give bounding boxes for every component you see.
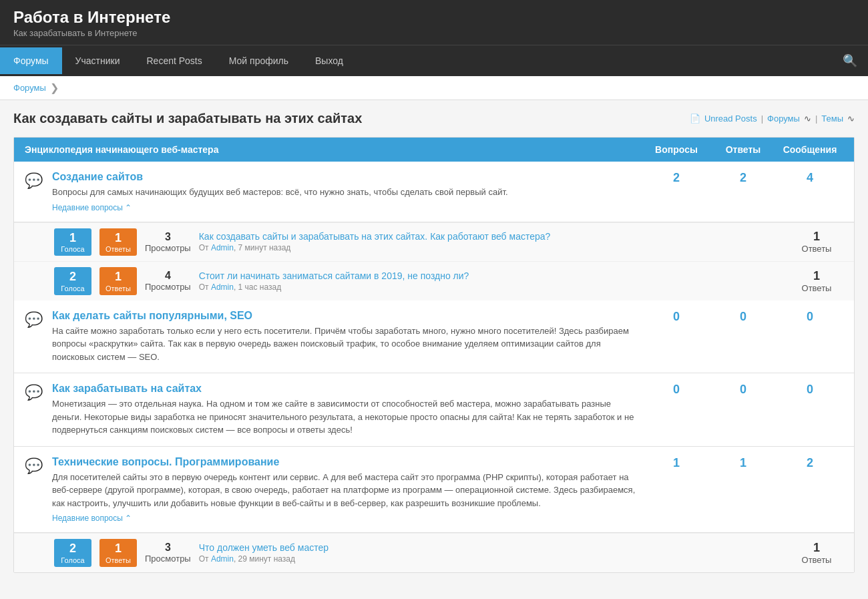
breadcrumb-forums-link[interactable]: Форумы bbox=[13, 83, 46, 93]
nav-logout[interactable]: Выход bbox=[302, 47, 357, 74]
replies-label-1-2: Ответы bbox=[105, 284, 132, 292]
forum-questions-2: 0 bbox=[643, 310, 710, 324]
post-meta-1-1: От Admin, 7 минут назад bbox=[199, 243, 782, 252]
reply-label-4-1: Ответы bbox=[802, 555, 832, 565]
views-box-1-2: 4 Просмотры bbox=[145, 270, 191, 292]
forum-messages-4: 2 bbox=[777, 456, 843, 470]
forum-name-4[interactable]: Технические вопросы. Программирование bbox=[52, 456, 279, 467]
post-meta-1-2: От Admin, 1 час назад bbox=[199, 282, 782, 292]
post-title-link-4-1[interactable]: Что должен уметь веб мастер bbox=[199, 542, 329, 553]
header-section: Энциклопедия начинающего веб-мастера bbox=[25, 144, 643, 155]
forum-bubble-icon-3: 💬 bbox=[25, 384, 43, 401]
recent-posts-section-4: 2 Голоса 1 Ответы 3 Просмотры Что должен… bbox=[14, 533, 854, 572]
vote-label-1-1: Голоса bbox=[59, 245, 86, 253]
forum-desc-3: Монетизация — это отдельная наука. На од… bbox=[52, 397, 643, 437]
recent-post-row-1-2: 2 Голоса 1 Ответы 4 Просмотры Стоит ли н… bbox=[14, 262, 854, 301]
vote-box-1-1: 1 Голоса bbox=[54, 228, 91, 256]
forum-recent-label-4[interactable]: Недавние вопросы ⌃ bbox=[52, 514, 643, 523]
nav-recent-posts[interactable]: Recent Posts bbox=[133, 47, 215, 74]
site-header: Работа в Интернете Как зарабатывать в Ин… bbox=[0, 0, 868, 45]
forum-bubble-icon-4: 💬 bbox=[25, 457, 43, 475]
forum-row-2: 💬 Как делать сайты популярными, SEO На с… bbox=[14, 301, 854, 374]
forum-info-1: Создание сайтов Вопросы для самых начина… bbox=[52, 171, 643, 212]
forum-answers-3: 0 bbox=[710, 383, 777, 397]
vote-num-1-2: 2 bbox=[59, 270, 86, 284]
vote-label-4-1: Голоса bbox=[59, 556, 86, 564]
forum-desc-2: На сайте можно заработать только если у … bbox=[52, 325, 643, 364]
replies-label-1-1: Ответы bbox=[105, 245, 132, 253]
forum-row-main-4: 💬 Технические вопросы. Программирование … bbox=[25, 456, 843, 524]
forum-table-header: Энциклопедия начинающего веб-мастера Воп… bbox=[14, 138, 854, 162]
post-topic-1-1: Как создавать сайты и зарабатывать на эт… bbox=[199, 231, 782, 252]
breadcrumb-separator: ❯ bbox=[50, 81, 59, 94]
main-content: Как создавать сайты и зарабатывать на эт… bbox=[0, 100, 868, 584]
page-title: Как создавать сайты и зарабатывать на эт… bbox=[13, 111, 362, 126]
nav-my-profile[interactable]: Мой профиль bbox=[216, 47, 302, 74]
forums-rss-link[interactable]: Форумы bbox=[767, 114, 800, 124]
forum-stats-4: 1 1 2 bbox=[643, 456, 843, 470]
forum-stats-1: 2 2 4 bbox=[643, 171, 843, 185]
nav-forums[interactable]: Форумы bbox=[0, 47, 62, 74]
rss-icon: 📄 bbox=[690, 114, 700, 124]
forum-info-2: Как делать сайты популярными, SEO На сай… bbox=[52, 310, 643, 364]
replies-box-1-1: 1 Ответы bbox=[99, 228, 137, 256]
sep1: | bbox=[761, 114, 763, 124]
forum-stats-3: 0 0 0 bbox=[643, 383, 843, 397]
reply-num-1-2: 1 bbox=[790, 269, 843, 283]
views-label-4-1: Просмотры bbox=[145, 554, 191, 564]
forum-rows-container: 💬 Создание сайтов Вопросы для самых начи… bbox=[14, 162, 854, 572]
post-reply-count-1-2: 1 Ответы bbox=[790, 269, 843, 293]
forum-questions-1: 2 bbox=[643, 171, 710, 185]
main-nav: Форумы Участники Recent Posts Мой профил… bbox=[0, 45, 868, 76]
post-title-link-1-2[interactable]: Стоит ли начинать заниматься сайтами в 2… bbox=[199, 270, 469, 281]
search-icon[interactable]: 🔍 bbox=[832, 45, 868, 76]
forum-row-3: 💬 Как зарабатывать на сайтах Монетизация… bbox=[14, 373, 854, 447]
rss-icon3: ∿ bbox=[847, 114, 855, 124]
vote-box-4-1: 2 Голоса bbox=[54, 539, 91, 567]
reply-num-4-1: 1 bbox=[790, 541, 843, 555]
page-title-row: Как создавать сайты и зарабатывать на эт… bbox=[13, 111, 855, 126]
replies-num-4-1: 1 bbox=[105, 542, 132, 556]
site-subtitle: Как зарабатывать в Интернете bbox=[13, 28, 855, 38]
forum-messages-3: 0 bbox=[777, 383, 843, 397]
nav-participants[interactable]: Участники bbox=[62, 47, 134, 74]
forum-row-main-2: 💬 Как делать сайты популярными, SEO На с… bbox=[25, 310, 843, 364]
site-title: Работа в Интернете bbox=[13, 8, 855, 27]
forum-answers-2: 0 bbox=[710, 310, 777, 324]
forum-desc-4: Для посетителей сайты это в первую очере… bbox=[52, 471, 643, 510]
forum-bubble-icon-2: 💬 bbox=[25, 311, 43, 329]
views-num-1-1: 3 bbox=[145, 231, 191, 243]
forum-name-1[interactable]: Создание сайтов bbox=[52, 171, 143, 182]
forum-messages-1: 4 bbox=[777, 171, 843, 185]
forum-recent-label-1[interactable]: Недавние вопросы ⌃ bbox=[52, 203, 643, 212]
forum-name-2[interactable]: Как делать сайты популярными, SEO bbox=[52, 310, 252, 321]
forum-answers-4: 1 bbox=[710, 456, 777, 470]
forum-table: Энциклопедия начинающего веб-мастера Воп… bbox=[13, 137, 855, 573]
replies-label-4-1: Ответы bbox=[105, 556, 132, 564]
replies-box-1-2: 1 Ответы bbox=[99, 267, 137, 295]
post-meta-4-1: От Admin, 29 минут назад bbox=[199, 554, 782, 564]
forum-questions-3: 0 bbox=[643, 383, 710, 397]
forum-desc-1: Вопросы для самых начинающих будущих веб… bbox=[52, 186, 643, 199]
themes-rss-link[interactable]: Темы bbox=[821, 114, 843, 124]
views-num-4-1: 3 bbox=[145, 542, 191, 554]
forum-info-4: Технические вопросы. Программирование Дл… bbox=[52, 456, 643, 524]
reply-label-1-2: Ответы bbox=[802, 283, 832, 293]
header-messages: Сообщения bbox=[777, 144, 843, 155]
vote-num-4-1: 2 bbox=[59, 542, 86, 556]
unread-posts-link[interactable]: Unread Posts bbox=[704, 114, 757, 124]
post-topic-1-2: Стоит ли начинать заниматься сайтами в 2… bbox=[199, 270, 782, 292]
reply-label-1-1: Ответы bbox=[802, 244, 832, 254]
post-topic-4-1: Что должен уметь веб мастер От Admin, 29… bbox=[199, 542, 782, 564]
replies-num-1-1: 1 bbox=[105, 231, 132, 246]
recent-posts-section-1: 1 Голоса 1 Ответы 3 Просмотры Как создав… bbox=[14, 222, 854, 301]
forum-name-3[interactable]: Как зарабатывать на сайтах bbox=[52, 383, 202, 394]
post-reply-count-4-1: 1 Ответы bbox=[790, 541, 843, 565]
header-questions: Вопросы bbox=[643, 144, 710, 155]
forum-row-main-1: 💬 Создание сайтов Вопросы для самых начи… bbox=[25, 171, 843, 212]
forum-row-main-3: 💬 Как зарабатывать на сайтах Монетизация… bbox=[25, 383, 843, 437]
post-title-link-1-1[interactable]: Как создавать сайты и зарабатывать на эт… bbox=[199, 231, 551, 242]
replies-num-1-2: 1 bbox=[105, 270, 132, 284]
forum-messages-2: 0 bbox=[777, 310, 843, 324]
vote-num-1-1: 1 bbox=[59, 231, 86, 246]
